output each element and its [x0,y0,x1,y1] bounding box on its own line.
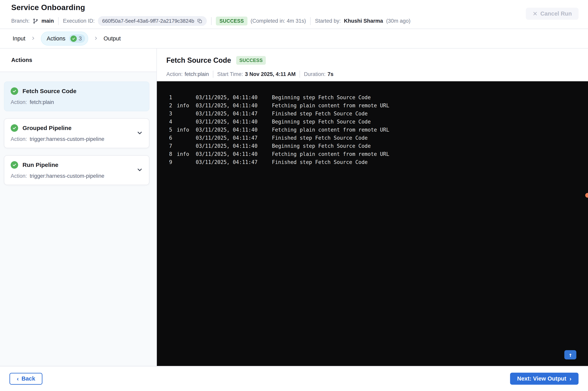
log-level [177,118,196,126]
log-message: Finished step Fetch Source Code [272,134,580,142]
chevron-right-icon [31,36,35,41]
back-button[interactable]: ‹ Back [9,373,42,385]
log-line: 1 03/11/2025, 04:11:40 Beginning step Fe… [169,94,580,101]
actions-count-badge: 3 [69,34,85,43]
log-level [177,94,196,101]
meta-value: fetch:plain [185,71,209,77]
action-card-fetch-source-code[interactable]: Fetch Source Code Action: fetch:plain [4,82,149,111]
log-line-number: 6 [169,134,177,142]
log-timestamp: 03/11/2025, 04:11:47 [196,110,272,118]
branch-value: main [41,18,54,24]
footer-bar: ‹ Back Next: View Output › [0,366,588,391]
success-check-icon [11,161,18,169]
started-by-value: Khushi Sharma [344,18,383,24]
copy-icon[interactable] [197,18,202,24]
tab-actions[interactable]: Actions 3 [41,32,88,46]
log-message: Fetching plain content from remote URL [272,126,580,134]
next-button-label: Next: View Output [517,376,566,382]
card-action-row: Action: trigger:harness-custom-pipeline [11,173,143,179]
success-check-icon [11,87,18,95]
detail-meta-row: Action: fetch:plain Start Time: 3 Nov 20… [166,71,588,78]
divider [58,17,59,25]
tab-input[interactable]: Input [13,35,25,42]
meta-label: Action: [166,71,183,77]
log-line: 8 info 03/11/2025, 04:11:40 Fetching pla… [169,150,580,158]
detail-header: Fetch Source Code SUCCESS Action: fetch:… [157,49,588,81]
log-line-number: 5 [169,126,177,134]
action-label: Action: [11,173,27,179]
card-title-row: Run Pipeline [11,161,143,169]
started-ago-text: (30m ago) [386,18,410,24]
log-message: Fetching plain content from remote URL [272,101,580,110]
log-timestamp: 03/11/2025, 04:11:40 [196,126,272,134]
actions-sidebar: Actions Fetch Source Code Action: fetch:… [0,49,157,366]
chevron-left-icon: ‹ [17,376,19,382]
log-level [177,110,196,118]
log-timestamp: 03/11/2025, 04:11:40 [196,118,272,126]
action-label: Action: [11,99,27,105]
git-branch-icon [33,18,38,24]
close-icon: ✕ [533,11,537,17]
action-card-title: Run Pipeline [22,162,58,168]
execution-id-pill[interactable]: 660f50a7-5eef-43a6-9ff7-2a2179c3824b [98,16,207,26]
card-title-row: Grouped Pipeline [11,124,143,132]
stepper-tabs: Input Actions 3 Output [0,29,588,49]
sidebar-heading: Actions [11,57,145,63]
log-line: 3 03/11/2025, 04:11:47 Finished step Fet… [169,110,580,118]
step-status-badge: SUCCESS [236,56,266,65]
cancel-run-button[interactable]: ✕ Cancel Run [526,8,579,20]
action-value: fetch:plain [30,99,54,105]
log-line-number: 4 [169,118,177,126]
log-message: Beginning step Fetch Source Code [272,94,580,101]
meta-label: Duration: [304,71,326,77]
log-message: Fetching plain content from remote URL [272,150,580,158]
divider [211,17,211,25]
log-line: 5 info 03/11/2025, 04:11:40 Fetching pla… [169,126,580,134]
log-line-number: 9 [169,158,177,166]
execution-id-value: 660f50a7-5eef-43a6-9ff7-2a2179c3824b [102,18,194,24]
chevron-down-icon[interactable] [136,167,143,174]
log-timestamp: 03/11/2025, 04:11:47 [196,134,272,142]
actions-count: 3 [79,35,82,42]
log-timestamp: 03/11/2025, 04:11:40 [196,150,272,158]
header: Service Onboarding Branch: main Executio… [0,0,588,29]
sidebar-header: Actions [0,49,156,72]
card-action-row: Action: fetch:plain [11,99,143,105]
tab-input-label: Input [13,35,25,42]
log-line: 9 03/11/2025, 04:11:47 Finished step Fet… [169,158,580,166]
log-console[interactable]: 1 03/11/2025, 04:11:40 Beginning step Fe… [157,81,588,366]
log-message: Finished step Fetch Source Code [272,158,580,166]
action-card-grouped-pipeline[interactable]: Grouped Pipeline Action: trigger:harness… [4,118,149,148]
meta-value: 3 Nov 2025, 4:11 AM [245,71,295,77]
next-view-output-button[interactable]: Next: View Output › [510,373,579,385]
started-by-label: Started by: [315,18,341,24]
arrow-up-icon: ↑ [569,351,572,358]
scroll-to-top-button[interactable]: ↑ [564,350,576,359]
chevron-right-icon: › [570,376,572,382]
action-card-run-pipeline[interactable]: Run Pipeline Action: trigger:harness-cus… [4,155,149,185]
log-message: Finished step Fetch Source Code [272,110,580,118]
sidebar-action-list: Fetch Source Code Action: fetch:plain Gr… [0,72,156,366]
meta-value: 7s [328,71,333,77]
log-line: 7 03/11/2025, 04:11:40 Beginning step Fe… [169,142,580,150]
log-level [177,158,196,166]
log-message: Beginning step Fetch Source Code [272,118,580,126]
execution-id-label: Execution ID: [63,18,95,24]
cancel-run-label: Cancel Run [540,10,572,17]
log-level [177,134,196,142]
tab-output[interactable]: Output [103,35,121,42]
chevron-right-icon [94,36,98,41]
log-line-number: 8 [169,150,177,158]
action-value: trigger:harness-custom-pipeline [30,173,104,179]
action-detail-panel: Fetch Source Code SUCCESS Action: fetch:… [157,49,588,366]
meta-label: Start Time: [217,71,243,77]
log-line: 6 03/11/2025, 04:11:47 Finished step Fet… [169,134,580,142]
chevron-down-icon[interactable] [136,130,143,137]
log-timestamp: 03/11/2025, 04:11:40 [196,142,272,150]
divider [213,71,213,78]
log-line-number: 3 [169,110,177,118]
log-level: info [177,101,196,110]
success-check-icon [70,35,77,42]
divider [299,71,300,78]
tab-actions-label: Actions [47,35,66,42]
